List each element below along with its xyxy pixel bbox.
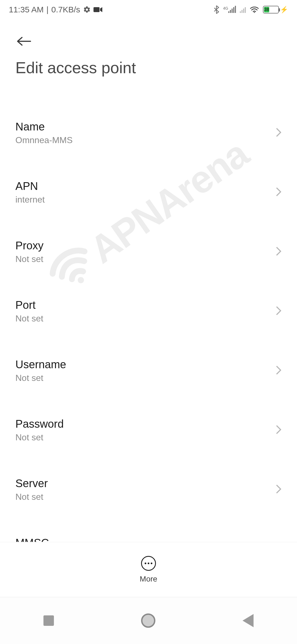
status-bar: 11:35 AM | 0.7KB/s 4G 38 ⚡ [0, 0, 297, 19]
row-value: internet [15, 195, 270, 205]
battery-icon: 38 [263, 6, 279, 13]
row-name[interactable]: Name Omnnea-MMS [0, 110, 297, 156]
chevron-right-icon [276, 424, 282, 436]
signal-bars-sim1-icon [228, 6, 236, 13]
status-time: 11:35 AM [9, 5, 44, 14]
row-proxy[interactable]: Proxy Not set [0, 229, 297, 275]
row-label: Username [15, 358, 270, 371]
chevron-right-icon [276, 305, 282, 317]
chevron-right-icon [276, 484, 282, 495]
row-label: Name [15, 121, 270, 133]
page-title: Edit access point [15, 58, 282, 77]
svg-rect-0 [94, 7, 100, 12]
row-apn[interactable]: APN internet [0, 170, 297, 215]
row-value: Not set [15, 432, 270, 443]
row-value: Omnnea-MMS [15, 135, 270, 145]
arrow-left-icon [15, 36, 32, 47]
chevron-right-icon [276, 187, 282, 198]
row-username[interactable]: Username Not set [0, 348, 297, 394]
signal-bars-sim2-icon [240, 6, 246, 13]
row-label: Port [15, 299, 270, 311]
svg-point-1 [254, 12, 255, 13]
status-right: 4G 38 ⚡ [214, 5, 288, 14]
more-icon [141, 556, 156, 571]
back-nav-button[interactable] [243, 614, 254, 627]
footer-bar: More [0, 542, 297, 597]
row-label: APN [15, 180, 270, 192]
row-value: Not set [15, 492, 270, 502]
charging-icon: ⚡ [280, 6, 288, 13]
more-label: More [140, 575, 157, 583]
row-value: Not set [15, 373, 270, 383]
settings-icon [83, 6, 91, 13]
row-label: MMSC [15, 537, 270, 542]
chevron-right-icon [276, 127, 282, 139]
row-mmsc[interactable]: MMSC http://10.16.18.4:38090/was [0, 526, 297, 542]
chevron-right-icon [276, 365, 282, 376]
row-value: Not set [15, 313, 270, 324]
status-left: 11:35 AM | 0.7KB/s [9, 5, 102, 14]
more-button[interactable]: More [140, 556, 157, 583]
row-password[interactable]: Password Not set [0, 407, 297, 453]
back-button[interactable] [15, 43, 32, 48]
row-label: Password [15, 418, 270, 430]
system-nav-bar [0, 597, 297, 644]
row-server[interactable]: Server Not set [0, 467, 297, 512]
chevron-right-icon [276, 246, 282, 258]
row-label: Proxy [15, 239, 270, 252]
status-net-speed: 0.7KB/s [51, 5, 80, 14]
bluetooth-icon [214, 5, 219, 14]
settings-list[interactable]: Name Omnnea-MMS APN internet Proxy Not s… [0, 110, 297, 542]
home-button[interactable] [141, 613, 155, 628]
row-label: Server [15, 477, 270, 490]
signal-4g-label: 4G [223, 6, 228, 10]
status-divider: | [46, 5, 49, 14]
wifi-icon [250, 6, 259, 13]
row-port[interactable]: Port Not set [0, 288, 297, 334]
battery-percent: 38 [264, 7, 269, 12]
recents-button[interactable] [43, 615, 54, 626]
row-value: Not set [15, 254, 270, 264]
camera-icon [94, 7, 102, 13]
